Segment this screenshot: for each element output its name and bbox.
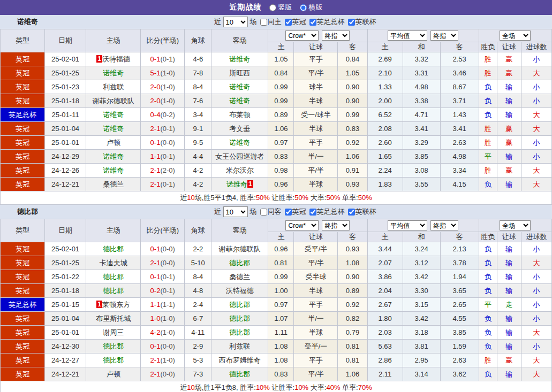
league-checkbox-1-input[interactable]	[309, 19, 316, 26]
avg-draw: 3.41	[403, 122, 440, 136]
same-side-checkbox[interactable]: 同主	[259, 17, 282, 27]
corner-score: 8-4	[185, 270, 211, 284]
corner-score: 7-3	[185, 367, 211, 381]
avg-final-select[interactable]: 终指	[430, 30, 458, 41]
away-team: 布莱顿	[211, 108, 268, 122]
col-header: 客场	[211, 29, 268, 52]
summary-text: 近10场,胜1平1负8, 胜率:10% 让胜率:10% 大率:40% 单率:70…	[1, 381, 552, 392]
result-goals: 大	[521, 108, 551, 122]
result-outcome: 负	[479, 284, 497, 298]
same-side-checkbox[interactable]: 同客	[259, 207, 282, 217]
match-row: 英足总杯25-01-11诺维奇0-4(0-2)3-4布莱顿0.89受一/球半0.…	[1, 108, 552, 122]
away-team: 德比郡	[211, 367, 268, 381]
league-checkbox-0-input[interactable]	[285, 209, 292, 216]
sub-col-header: 主	[367, 42, 403, 52]
away-team: 德比郡	[211, 298, 268, 312]
away-team: 沃特福德	[211, 284, 268, 298]
odds-company-select[interactable]: Crow*	[285, 220, 319, 230]
match-row: 英冠24-12-30德比郡0-1(0-0)2-9利兹联1.08受半/一0.815…	[1, 340, 552, 353]
team-name: 沃特福德	[102, 55, 130, 63]
summary-row: 近10场,胜5平1负4, 胜率:50% 让胜率:50% 大率:50% 单率:50…	[1, 191, 552, 205]
avg-home: 2.00	[367, 94, 403, 108]
header-row-dropdowns: 类型日期主场比分(半场)角球客场Crow*终指平均值终指全场	[1, 219, 552, 232]
result-outcome: 平	[479, 150, 497, 164]
home-team: 卢顿	[86, 136, 141, 150]
team-name: 西布罗姆维奇	[219, 356, 261, 364]
avg-select[interactable]: 平均值	[388, 220, 427, 230]
league-checkbox-2-input[interactable]	[348, 209, 355, 216]
odds-away: 0.83	[338, 122, 367, 136]
odds-final-select[interactable]: 终指	[322, 220, 350, 230]
league-checkbox-0[interactable]: 英冠	[284, 17, 306, 27]
halftime-score: (1-0)	[160, 69, 175, 77]
halftime-score: (0-1)	[160, 152, 175, 160]
result-handicap: 输	[497, 326, 521, 340]
scope-select[interactable]: 全场	[500, 220, 531, 230]
avg-draw: 3.24	[403, 242, 440, 256]
col-header: 日期	[45, 219, 86, 242]
match-row: 英冠24-12-21桑德兰2-1(0-1)4-2诺维奇10.96半球0.931.…	[1, 178, 552, 191]
league-checkbox-2[interactable]: 英联杯	[347, 17, 376, 27]
avg-draw: 3.42	[403, 270, 440, 284]
odds-away: 0.90	[338, 80, 367, 94]
away-team: 米尔沃尔	[211, 164, 268, 178]
league-checkbox-1[interactable]: 英足总杯	[308, 17, 345, 27]
league-checkbox-0[interactable]: 英冠	[284, 207, 306, 217]
team-name: 诺维奇	[229, 97, 250, 105]
avg-away: 4.55	[440, 312, 479, 326]
summary-segment: 10	[187, 383, 194, 391]
league-checkbox-1[interactable]: 英足总杯	[308, 207, 345, 217]
horizontal-radio[interactable]	[300, 4, 307, 11]
odds-away: 0.92	[338, 136, 367, 150]
layout-option-horizontal[interactable]: 横版	[300, 3, 323, 12]
type-badge: 英冠	[1, 80, 45, 94]
odds-final-select[interactable]: 终指	[322, 30, 350, 41]
same-side-checkbox-input[interactable]	[260, 19, 267, 26]
league-checkbox-2-input[interactable]	[348, 19, 355, 26]
col-header: 角球	[185, 29, 211, 52]
result-outcome: 负	[479, 312, 497, 326]
odds-home: 1.11	[268, 326, 294, 340]
away-team: 诺维奇	[211, 80, 268, 94]
fulltime-score: 0-1	[150, 273, 161, 281]
corner-score: 2-2	[185, 242, 211, 256]
league-checkbox-2[interactable]: 英联杯	[347, 207, 376, 217]
match-row: 英冠25-01-04诺维奇2-1(0-1)9-1考文垂1.06半球0.832.0…	[1, 122, 552, 136]
match-row: 英冠25-02-01德比郡0-1(0-0)2-2谢菲尔德联队0.96受平/半0.…	[1, 242, 552, 256]
home-team: 1沃特福德	[86, 52, 141, 66]
halftime-score: (1-0)	[160, 356, 175, 364]
result-goals: 小	[521, 270, 551, 284]
odds-selects: Crow*终指	[268, 220, 367, 230]
summary-segment: 近	[180, 383, 187, 391]
layout-option-vertical[interactable]: 竖版	[269, 3, 292, 12]
fulltime-score: 2-1	[150, 259, 161, 267]
sub-col-header: 让球	[497, 42, 521, 52]
match-count-select[interactable]: 10	[223, 206, 248, 217]
league-checkbox-1-input[interactable]	[309, 209, 316, 216]
avg-home: 1.33	[367, 80, 403, 94]
scope-select[interactable]: 全场	[500, 30, 531, 41]
type-badge: 英足总杯	[1, 298, 45, 312]
league-checkbox-1-label: 英足总杯	[317, 17, 345, 27]
fulltime-score: 0-1	[150, 55, 161, 63]
topbar: 近期战绩 竖版 横版	[0, 0, 552, 15]
odds-handicap: 平/半	[294, 164, 338, 178]
fulltime-score: 0-1	[150, 139, 161, 147]
match-count-select[interactable]: 10	[223, 17, 248, 27]
odds-company-select[interactable]: Crow*	[285, 30, 319, 41]
odds-home: 0.97	[268, 298, 294, 312]
result-handicap: 赢	[497, 353, 521, 367]
avg-final-select[interactable]: 终指	[430, 220, 458, 230]
away-team: 女王公园巡游者	[211, 150, 268, 164]
odds-home: 1.00	[268, 284, 294, 298]
count-suffix-label: 场	[250, 17, 257, 27]
odds-away: 0.79	[338, 326, 367, 340]
league-checkbox-0-input[interactable]	[285, 19, 292, 26]
team-name: 谢菲尔德联队	[219, 245, 261, 253]
odds-away: 1.06	[338, 367, 367, 381]
section-team-name: 诺维奇	[17, 17, 38, 27]
vertical-radio[interactable]	[269, 4, 276, 11]
near-label: 近	[214, 207, 221, 217]
avg-select[interactable]: 平均值	[388, 30, 427, 41]
same-side-checkbox-input[interactable]	[260, 209, 267, 216]
